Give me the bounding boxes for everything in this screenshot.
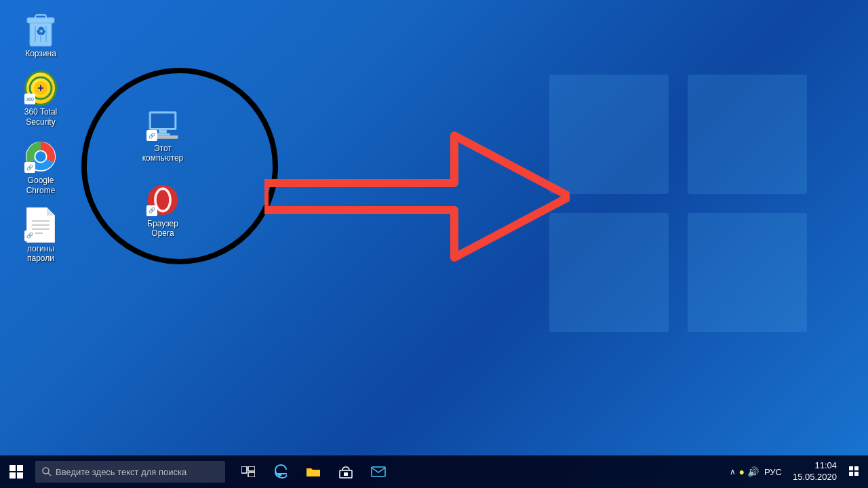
red-arrow — [264, 115, 570, 278]
svg-rect-46 — [849, 472, 853, 476]
tray-icons-group: ∧ ● 🔊 — [730, 466, 758, 477]
opera-label: Браузер Opera — [136, 219, 190, 239]
security-icon-item[interactable]: + 360 360 Total Security — [14, 72, 68, 127]
this-pc-icon[interactable]: 🔗 Этот компьютер — [136, 108, 190, 163]
txt-file-icon[interactable]: 🔗 логины пароли — [14, 209, 68, 264]
svg-rect-6 — [35, 15, 46, 19]
mail-button[interactable] — [363, 455, 393, 488]
mail-icon — [371, 466, 386, 477]
folder-icon — [306, 466, 321, 478]
svg-rect-38 — [248, 466, 255, 471]
windows-logo-background — [542, 68, 814, 339]
recycle-bin-svg: ♻ — [24, 12, 57, 47]
svg-rect-33 — [9, 472, 16, 479]
chrome-icon-item[interactable]: 🔗 Google Chrome — [14, 140, 68, 195]
desktop-icons-column2: 🔗 Этот компьютер 🔗 Браузер Opera — [136, 108, 190, 239]
svg-rect-24 — [151, 113, 175, 128]
task-view-button[interactable] — [233, 455, 263, 488]
store-icon — [339, 465, 353, 479]
svg-rect-34 — [17, 472, 23, 479]
svg-text:♻: ♻ — [36, 26, 45, 37]
task-view-icon — [241, 466, 255, 477]
store-button[interactable] — [331, 455, 361, 488]
volume-icon[interactable]: 🔊 — [747, 466, 759, 477]
desktop: ♻ Корзина + 360 360 Total Security — [0, 0, 868, 488]
security-label: 360 Total Security — [14, 107, 68, 127]
taskbar: Введите здесь текст для поиска — [0, 455, 868, 488]
svg-rect-39 — [248, 472, 255, 477]
svg-rect-42 — [344, 472, 348, 476]
svg-rect-3 — [688, 213, 807, 332]
opera-icon-item[interactable]: 🔗 Браузер Opera — [136, 184, 190, 239]
txt-file-label: логины пароли — [14, 244, 68, 264]
svg-rect-47 — [854, 472, 859, 476]
svg-rect-45 — [854, 466, 859, 470]
svg-point-16 — [35, 151, 45, 161]
svg-rect-1 — [688, 75, 807, 194]
file-explorer-button[interactable] — [298, 455, 328, 488]
edge-browser-button[interactable] — [266, 455, 296, 488]
svg-rect-32 — [17, 465, 23, 471]
system-tray: ∧ ● 🔊 РУС 11:04 15.05.2020 — [730, 460, 868, 483]
time-display: 11:04 — [793, 460, 837, 472]
svg-rect-44 — [849, 466, 853, 470]
action-center-icon — [849, 466, 859, 476]
clock-display[interactable]: 11:04 15.05.2020 — [787, 460, 842, 483]
network-icon[interactable]: ● — [738, 466, 744, 477]
chrome-label: Google Chrome — [14, 176, 68, 195]
desktop-icons-column1: ♻ Корзина + 360 360 Total Security — [14, 14, 68, 264]
svg-marker-30 — [264, 136, 570, 258]
taskbar-pinned-apps — [233, 455, 393, 488]
svg-rect-25 — [159, 129, 167, 133]
language-indicator[interactable]: РУС — [762, 467, 785, 477]
svg-rect-31 — [9, 465, 16, 471]
svg-rect-43 — [372, 467, 385, 476]
search-placeholder: Введите здесь текст для поиска — [56, 467, 218, 477]
svg-point-35 — [43, 468, 49, 474]
svg-line-36 — [48, 473, 51, 476]
svg-rect-26 — [155, 133, 170, 135]
recycle-bin-icon[interactable]: ♻ Корзина — [14, 14, 68, 58]
edge-icon — [273, 464, 288, 479]
this-pc-label: Этот компьютер — [136, 144, 190, 163]
search-icon — [42, 467, 52, 476]
svg-text:+: + — [37, 82, 43, 94]
svg-rect-37 — [241, 466, 247, 473]
date-display: 15.05.2020 — [793, 472, 837, 483]
action-center-button[interactable] — [845, 466, 863, 478]
svg-rect-40 — [307, 470, 320, 476]
recycle-bin-label: Корзина — [25, 49, 56, 58]
search-bar[interactable]: Введите здесь текст для поиска — [35, 461, 225, 483]
windows-start-icon — [9, 465, 23, 479]
tray-chevron[interactable]: ∧ — [730, 467, 736, 476]
start-button[interactable] — [0, 455, 33, 488]
